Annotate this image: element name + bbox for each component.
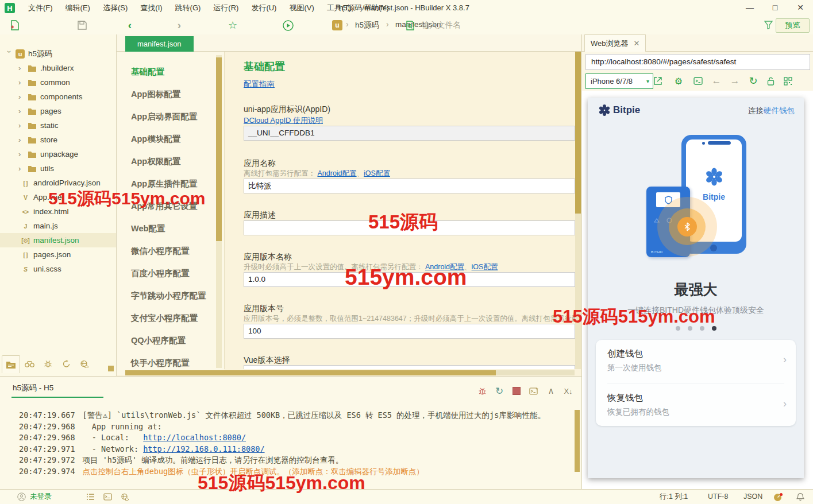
tree-folder-common[interactable]: › common	[0, 75, 116, 90]
globe-cloud-icon[interactable]	[76, 355, 93, 373]
menu-edit[interactable]: 编辑(E)	[59, 0, 97, 16]
tab-manifest-json[interactable]: manifest.json	[125, 36, 194, 52]
stop-icon[interactable]	[510, 385, 523, 397]
browser-back-icon[interactable]: ←	[710, 73, 723, 88]
nav-weixin-mp-config[interactable]: 微信小程序配置	[117, 240, 224, 262]
dcloud-appid-help-link[interactable]: DCloud AppID 使用说明	[244, 116, 323, 125]
terminal-icon[interactable]	[103, 493, 112, 501]
cursor-position[interactable]: 行:1 列:1	[660, 490, 688, 504]
nav-app-module-config[interactable]: App模块配置	[117, 128, 224, 150]
browser-url-input[interactable]: http://localhost:8080/#/pages/safest/saf…	[585, 54, 810, 70]
tree-file-uniscss[interactable]: S uni.scss	[0, 262, 116, 276]
version-code-input[interactable]: 100	[244, 324, 575, 339]
editor-hscrollbar-thumb[interactable]	[125, 370, 496, 375]
create-wallet-item[interactable]: 创建钱包 第一次使用钱包 ›	[596, 340, 796, 381]
globe-cloud-icon[interactable]	[121, 493, 129, 501]
settings-gear-icon[interactable]: ⚙	[672, 73, 685, 88]
login-status[interactable]: 未登录	[30, 490, 52, 504]
navigate-back-icon[interactable]: ‹	[124, 19, 136, 32]
tree-folder-unpackage[interactable]: › unpackage	[0, 147, 116, 161]
outline-list-icon[interactable]	[86, 493, 95, 501]
filetype-indicator[interactable]: JSON	[743, 490, 762, 504]
chevron-right-icon[interactable]: ›	[18, 79, 25, 86]
minimize-button[interactable]: —	[737, 0, 762, 16]
tree-folder-utils[interactable]: › utils	[0, 161, 116, 176]
sidebar-scroll-corner[interactable]	[108, 366, 114, 371]
save-icon[interactable]	[76, 19, 88, 32]
chevron-right-icon[interactable]: ›	[18, 137, 25, 144]
ios-config-link[interactable]: iOS配置	[472, 263, 498, 271]
chevron-right-icon[interactable]: ›	[18, 122, 25, 129]
lock-icon[interactable]	[764, 73, 777, 88]
qrcode-icon[interactable]	[781, 73, 795, 88]
tree-folder-static[interactable]: › static	[0, 118, 116, 133]
app-name-input[interactable]: 比特派	[244, 179, 575, 193]
console-scrollbar-thumb[interactable]	[575, 410, 580, 472]
bookmark-star-icon[interactable]: ☆	[226, 19, 239, 32]
nav-app-icon-config[interactable]: App图标配置	[117, 83, 224, 106]
menu-view[interactable]: 视图(V)	[283, 0, 320, 16]
chevron-down-icon[interactable]: ›	[6, 51, 13, 57]
network-url-link[interactable]: http://192.168.0.111:8080/	[143, 444, 264, 453]
nav-web-config[interactable]: Web配置	[117, 218, 224, 240]
nav-app-splash-config[interactable]: App启动界面配置	[117, 106, 224, 128]
console-tab-label[interactable]: h5源码 - H5	[13, 383, 53, 393]
debug-bug-icon[interactable]	[476, 385, 488, 397]
nav-alipay-mp-config[interactable]: 支付宝小程序配置	[117, 307, 224, 329]
appid-input[interactable]: __UNI__CFFDDB1	[244, 126, 575, 141]
notification-bell-icon[interactable]	[796, 493, 804, 501]
menu-publish[interactable]: 发行(U)	[245, 0, 283, 16]
tree-folder-hbuilderx[interactable]: › .hbuilderx	[0, 61, 116, 75]
tree-root-project[interactable]: › u h5源码	[0, 46, 116, 61]
restore-wallet-item[interactable]: 恢复钱包 恢复已拥有的钱包 ›	[596, 384, 796, 425]
tree-file-mainjs[interactable]: J main.js	[0, 219, 116, 233]
open-external-icon[interactable]	[651, 73, 665, 88]
maximize-button[interactable]: □	[762, 0, 788, 16]
chevron-right-icon[interactable]: ›	[18, 108, 25, 115]
tree-folder-pages[interactable]: › pages	[0, 104, 116, 118]
debug-bug-icon[interactable]	[39, 355, 56, 373]
connect-hardware-wallet-link[interactable]: 连接硬件钱包	[748, 106, 795, 116]
sync-refresh-icon[interactable]	[57, 355, 75, 373]
encoding-indicator[interactable]: UTF-8	[708, 490, 728, 504]
ios-config-link[interactable]: iOS配置	[364, 169, 390, 177]
clear-console-icon[interactable]: X↓	[562, 385, 575, 397]
nav-basic-config[interactable]: 基础配置	[117, 61, 224, 83]
nav-baidu-mp-config[interactable]: 百度小程序配置	[117, 262, 224, 285]
chevron-right-icon[interactable]: ›	[18, 65, 25, 72]
close-button[interactable]: ✕	[788, 0, 813, 16]
filter-funnel-icon[interactable]	[764, 21, 773, 29]
browser-refresh-icon[interactable]: ↻	[746, 73, 760, 88]
menu-find[interactable]: 查找(I)	[134, 0, 168, 16]
file-search-input[interactable]: 输入文件名	[422, 20, 461, 30]
nav-app-permission-config[interactable]: App权限配置	[117, 150, 224, 173]
form-scrollbar-thumb[interactable]	[575, 52, 581, 214]
device-select[interactable]: iPhone 6/7/8 ▾	[585, 73, 653, 89]
tree-folder-components[interactable]: › components	[0, 90, 116, 104]
chevron-right-icon[interactable]: ›	[18, 94, 25, 100]
tree-file-pagesjson[interactable]: [ ] pages.json	[0, 247, 116, 262]
terminal-add-icon[interactable]	[527, 385, 540, 397]
tree-file-manifestjson[interactable]: [⚙] manifest.json	[0, 233, 116, 247]
menu-file[interactable]: 文件(F)	[22, 0, 59, 16]
close-tab-icon[interactable]: ✕	[634, 36, 640, 52]
tree-folder-store[interactable]: › store	[0, 133, 116, 147]
chevron-right-icon[interactable]: ›	[18, 151, 25, 158]
android-config-link[interactable]: Android配置	[317, 169, 356, 177]
nav-bytedance-mp-config[interactable]: 字节跳动小程序配置	[117, 285, 224, 307]
console-terminal-icon[interactable]	[691, 73, 705, 88]
user-icon[interactable]	[17, 493, 26, 501]
navigate-forward-icon[interactable]: ›	[173, 19, 186, 32]
menu-goto[interactable]: 跳转(G)	[169, 0, 207, 16]
tab-web-browser[interactable]: Web浏览器 ✕	[584, 34, 646, 52]
vue-version-input[interactable]	[244, 365, 575, 369]
menu-run[interactable]: 运行(R)	[207, 0, 245, 16]
search-binoculars-icon[interactable]	[21, 355, 38, 373]
new-file-icon[interactable]	[8, 19, 21, 32]
breadcrumb-project[interactable]: h5源码	[355, 20, 379, 30]
nav-scrollbar-thumb[interactable]	[216, 57, 222, 241]
config-guide-link[interactable]: 配置指南	[244, 80, 275, 88]
local-url-link[interactable]: http://localhost:8080/	[143, 433, 246, 442]
menu-select[interactable]: 选择(S)	[97, 0, 134, 16]
nav-qq-mp-config[interactable]: QQ小程序配置	[117, 329, 224, 352]
